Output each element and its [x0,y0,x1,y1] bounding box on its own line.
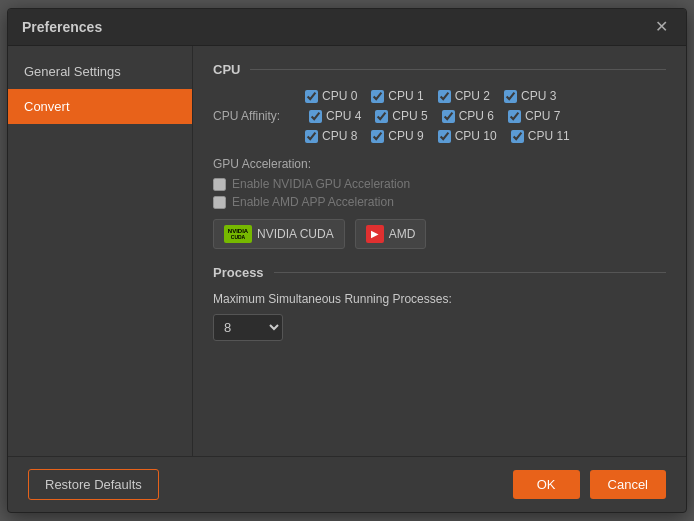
cpu-section-header: CPU [213,62,666,77]
dialog-footer: Restore Defaults OK Cancel [8,456,686,512]
cancel-button[interactable]: Cancel [590,470,666,499]
cpu-check-8[interactable]: CPU 8 [305,129,357,143]
title-bar: Preferences ✕ [8,9,686,46]
main-content: CPU CPU 0 CPU 1 CPU 2 CPU 3 CPU Affinity [193,46,686,456]
sidebar-item-convert[interactable]: Convert [8,89,192,124]
amd-logo-icon: ▶ [366,225,384,243]
amd-button-label: AMD [389,227,416,241]
process-desc: Maximum Simultaneous Running Processes: [213,292,666,306]
gpu-section: GPU Acceleration: Enable NVIDIA GPU Acce… [213,157,666,249]
cpu-section-title: CPU [213,62,240,77]
dialog-title: Preferences [22,19,102,35]
process-section-title: Process [213,265,264,280]
cpu-check-4[interactable]: CPU 4 [309,109,361,123]
cpu-check-group-0: CPU 0 CPU 1 CPU 2 CPU 3 [305,89,556,103]
cpu-check-11[interactable]: CPU 11 [511,129,570,143]
gpu-buttons: NVIDIA CUDA NVIDIA CUDA ▶ AMD [213,219,666,249]
cpu-grid: CPU 0 CPU 1 CPU 2 CPU 3 CPU Affinity: CP… [213,89,666,143]
cpu-check-2[interactable]: CPU 2 [438,89,490,103]
cpu-check-0[interactable]: CPU 0 [305,89,357,103]
process-count-select[interactable]: 1 2 4 6 8 12 16 [213,314,283,341]
ok-button[interactable]: OK [513,470,580,499]
process-section: Process Maximum Simultaneous Running Pro… [213,265,666,341]
cpu-check-3[interactable]: CPU 3 [504,89,556,103]
amd-checkbox[interactable] [213,196,226,209]
cpu-check-group-1: CPU 4 CPU 5 CPU 6 CPU 7 [309,109,560,123]
process-section-header: Process [213,265,666,280]
nvidia-logo-icon: NVIDIA CUDA [224,225,252,243]
preferences-dialog: Preferences ✕ General Settings Convert C… [7,8,687,513]
cpu-check-5[interactable]: CPU 5 [375,109,427,123]
amd-option: Enable AMD APP Acceleration [213,195,666,209]
cpu-check-group-2: CPU 8 CPU 9 CPU 10 CPU 11 [305,129,570,143]
restore-defaults-button[interactable]: Restore Defaults [28,469,159,500]
nvidia-option: Enable NVIDIA GPU Acceleration [213,177,666,191]
cpu-row-2: CPU Affinity: CPU 4 CPU 5 CPU 6 CPU 7 [213,109,666,123]
process-section-line [274,272,666,273]
cpu-check-1[interactable]: CPU 1 [371,89,423,103]
amd-label: Enable AMD APP Acceleration [232,195,394,209]
cpu-check-10[interactable]: CPU 10 [438,129,497,143]
footer-right-buttons: OK Cancel [513,470,666,499]
cpu-check-7[interactable]: CPU 7 [508,109,560,123]
cpu-check-9[interactable]: CPU 9 [371,129,423,143]
amd-button[interactable]: ▶ AMD [355,219,427,249]
nvidia-button[interactable]: NVIDIA CUDA NVIDIA CUDA [213,219,345,249]
nvidia-checkbox[interactable] [213,178,226,191]
cpu-check-6[interactable]: CPU 6 [442,109,494,123]
dialog-body: General Settings Convert CPU CPU 0 CPU 1 [8,46,686,456]
cpu-section-line [250,69,666,70]
gpu-acceleration-label: GPU Acceleration: [213,157,666,171]
cpu-row-1: CPU 0 CPU 1 CPU 2 CPU 3 [213,89,666,103]
sidebar: General Settings Convert [8,46,193,456]
cpu-affinity-label: CPU Affinity: [213,109,293,123]
close-button[interactable]: ✕ [651,17,672,37]
nvidia-label: Enable NVIDIA GPU Acceleration [232,177,410,191]
sidebar-item-general[interactable]: General Settings [8,54,192,89]
cpu-row-3: CPU 8 CPU 9 CPU 10 CPU 11 [213,129,666,143]
